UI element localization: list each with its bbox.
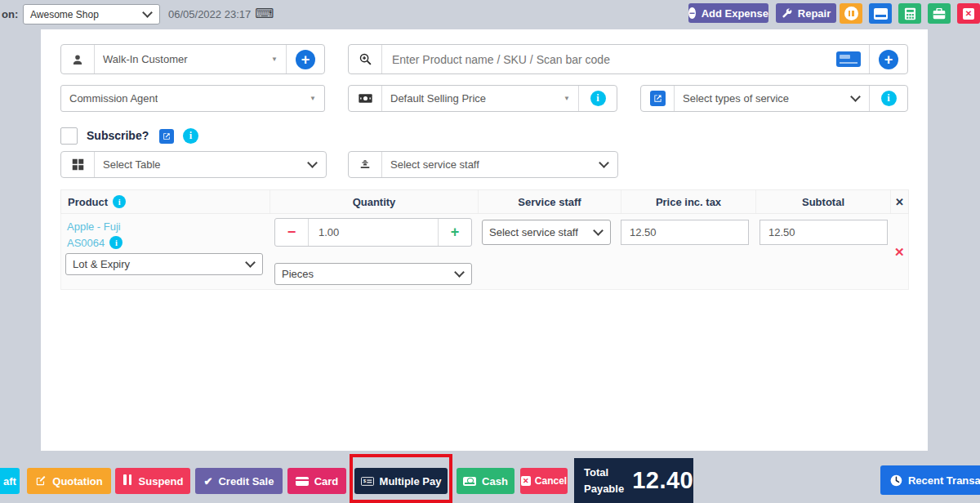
multiple-pay-button[interactable]: $ Multiple Pay: [354, 468, 448, 494]
total-payable-box: Total Payable 12.40: [574, 458, 693, 503]
subscribe-checkbox[interactable]: [60, 127, 78, 145]
price-group-info-button[interactable]: i: [578, 86, 617, 111]
card-button[interactable]: Card: [287, 468, 346, 494]
subscribe-link-button[interactable]: [159, 129, 174, 144]
price-inc-tax-input[interactable]: [621, 220, 749, 245]
cancel-label: Cancel: [535, 475, 567, 487]
unit-select[interactable]: Pieces: [274, 263, 472, 285]
cancel-button[interactable]: ✕ Cancel: [520, 468, 568, 494]
add-expense-button[interactable]: − Add Expense: [688, 3, 768, 23]
remove-row-button[interactable]: ✕: [894, 245, 905, 260]
unit-value: Pieces: [282, 268, 314, 280]
col-product: Product i: [61, 190, 270, 213]
staff-icon-cell: [349, 152, 382, 177]
info-icon[interactable]: i: [109, 236, 122, 249]
shop-select[interactable]: Awesome Shop: [23, 4, 160, 24]
table-icon-cell: [61, 152, 95, 177]
service-staff-select[interactable]: Select service staff: [382, 152, 617, 177]
svg-text:$: $: [363, 479, 366, 483]
row-service-staff-select[interactable]: Select service staff: [482, 220, 611, 245]
quantity-increase-button[interactable]: +: [438, 219, 471, 246]
pos-screen: on: Awesome Shop 06/05/2022 23:17 ⌨ − Ad…: [0, 0, 980, 503]
credit-sale-label: Credit Sale: [218, 475, 274, 487]
subtotal-input[interactable]: [760, 220, 888, 245]
service-type-value: Select types of service: [683, 92, 789, 105]
commission-agent-value: Commission Agent: [69, 92, 158, 105]
quantity-stepper: − +: [274, 218, 472, 247]
weighing-scale-icon: [836, 51, 861, 67]
info-icon: i: [183, 128, 198, 144]
x-square-icon: ✕: [521, 476, 531, 486]
edit-icon: [35, 475, 47, 487]
customer-select[interactable]: Walk-In Customer ▼: [95, 45, 286, 73]
close-pos-button[interactable]: ✕: [957, 3, 980, 24]
add-product-button[interactable]: +: [869, 45, 907, 73]
shop-select-value: Awesome Shop: [30, 9, 99, 20]
info-icon[interactable]: i: [113, 195, 126, 208]
product-search-input[interactable]: [382, 45, 828, 73]
col-quantity: Quantity: [270, 190, 479, 213]
chevron-down-icon: [454, 267, 465, 278]
weighing-scale-button[interactable]: [828, 45, 869, 73]
cash-label: Cash: [482, 475, 508, 487]
cash-register-button[interactable]: [869, 3, 892, 24]
table-select[interactable]: Select Table: [95, 152, 326, 177]
table-select-value: Select Table: [103, 158, 161, 171]
price-group-select[interactable]: Default Selling Price ▼: [382, 86, 578, 111]
chevron-down-icon: [142, 7, 153, 18]
briefcase-button[interactable]: [928, 3, 951, 24]
multiple-pay-label: Multiple Pay: [380, 475, 442, 487]
chevron-down-icon: [850, 91, 861, 102]
location-label: on:: [2, 8, 18, 20]
quantity-input[interactable]: [309, 219, 438, 246]
quantity-decrease-button[interactable]: −: [275, 219, 309, 246]
row-service-staff-value: Select service staff: [489, 226, 578, 238]
commission-agent-select[interactable]: Commission Agent ▼: [60, 85, 325, 112]
pause-icon: [122, 474, 133, 487]
external-link-icon: [650, 91, 666, 106]
chevron-down-icon: [245, 257, 256, 268]
suspended-sales-button[interactable]: [840, 3, 862, 24]
recent-transactions-button[interactable]: Recent Transac: [880, 465, 980, 495]
add-customer-button[interactable]: +: [286, 45, 324, 73]
quotation-button[interactable]: Quotation: [27, 468, 111, 494]
check-icon: ✔: [204, 475, 213, 487]
col-remove: ✕: [891, 190, 908, 213]
banknote-icon: [359, 93, 372, 104]
draft-button[interactable]: aft: [0, 468, 20, 494]
credit-sale-button[interactable]: ✔ Credit Sale: [195, 468, 283, 494]
lot-expiry-value: Lot & Expiry: [73, 258, 130, 270]
calculator-button[interactable]: [898, 3, 921, 24]
register-window-icon: [874, 8, 888, 20]
caret-down-icon: ▼: [564, 95, 570, 102]
service-staff-select-group: Select service staff: [348, 151, 618, 178]
search-icon-cell: [349, 45, 382, 73]
lot-expiry-select[interactable]: Lot & Expiry: [65, 253, 263, 275]
product-name-link[interactable]: Apple - Fuji: [67, 220, 121, 233]
total-payable-value: 12.40: [632, 467, 693, 494]
cash-button[interactable]: Cash: [457, 468, 514, 494]
subscribe-info-button[interactable]: i: [183, 128, 198, 144]
briefcase-icon: [933, 8, 946, 20]
suspend-button[interactable]: Suspend: [115, 468, 190, 494]
repair-button[interactable]: Repair: [776, 3, 836, 23]
credit-card-icon: [296, 477, 309, 486]
caret-down-icon: ▼: [310, 95, 316, 102]
minus-circle-icon: −: [688, 7, 696, 19]
service-type-info-button[interactable]: i: [869, 86, 907, 111]
service-type-select[interactable]: Select types of service: [675, 86, 869, 111]
col-service-staff: Service staff: [479, 190, 621, 213]
product-sku-line: AS0064 i: [67, 236, 122, 249]
quotation-label: Quotation: [52, 475, 102, 487]
datetime-value: 06/05/2022 23:17: [168, 8, 251, 20]
wrench-icon: [782, 8, 792, 19]
search-plus-icon: [359, 52, 372, 66]
table-grid-icon: [72, 158, 84, 171]
info-icon: i: [881, 91, 897, 106]
chevron-down-icon: [307, 158, 318, 168]
price-group-select-group: Default Selling Price ▼ i: [348, 85, 617, 112]
service-staff-icon: [359, 159, 371, 171]
table-select-group: Select Table: [60, 151, 327, 178]
keyboard-icon[interactable]: ⌨: [255, 7, 274, 20]
draft-label: aft: [3, 475, 16, 487]
